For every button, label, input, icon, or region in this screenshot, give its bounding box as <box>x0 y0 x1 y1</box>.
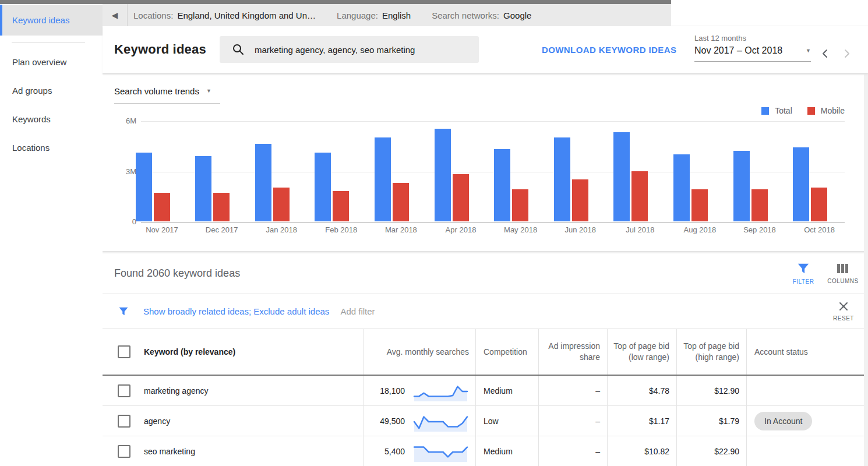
toolbar-locations[interactable]: Locations: England, United Kingdom and U… <box>133 10 316 20</box>
sidebar-item-ad-groups[interactable]: Ad groups <box>0 76 103 105</box>
back-arrow-icon: ◀ <box>112 11 118 19</box>
date-range-picker: Last 12 months Nov 2017 – Oct 2018 ▼ <box>694 34 851 62</box>
mobile-bar <box>273 188 290 221</box>
total-bar <box>375 137 391 221</box>
bar-group-nov-2017 <box>136 153 170 221</box>
bar-group-may-2018 <box>494 149 528 221</box>
found-count-text: Found 2060 keyword ideas <box>114 267 240 280</box>
active-filters-link[interactable]: Show broadly related ideas; Exclude adul… <box>143 306 329 316</box>
total-bar <box>673 154 690 221</box>
mobile-bar <box>631 171 648 222</box>
avg-monthly-searches-value: 18,100 <box>380 386 405 396</box>
table-body: marketing agency18,100Medium–$4.78$12.90… <box>103 376 864 466</box>
search-input-value[interactable]: marketing agency, agency, seo marketing <box>255 45 415 55</box>
mobile-bar <box>811 188 827 221</box>
next-period-button[interactable] <box>844 48 851 59</box>
back-button[interactable]: ◀ <box>103 4 128 26</box>
legend-label-mobile: Mobile <box>821 106 845 115</box>
search-networks-value: Google <box>503 10 531 20</box>
date-range-select[interactable]: Nov 2017 – Oct 2018 ▼ <box>694 45 811 62</box>
trends-dropdown[interactable]: Search volume trends ▼ <box>114 86 220 104</box>
row-checkbox[interactable] <box>118 415 130 428</box>
account-status-badge: In Account <box>754 412 812 430</box>
header-competition: Competition <box>476 329 539 375</box>
competition-value: Low <box>484 416 499 426</box>
legend-item-total: Total <box>761 106 792 115</box>
sidebar-item-label: Keyword ideas <box>12 15 69 25</box>
columns-button-label: COLUMNS <box>827 278 859 284</box>
total-bar <box>195 156 211 222</box>
competition-value: Medium <box>484 447 513 456</box>
locations-label: Locations: <box>133 10 173 20</box>
mobile-bar <box>393 183 409 221</box>
page-title: Keyword ideas <box>114 26 206 73</box>
date-range-value: Nov 2017 – Oct 2018 <box>694 45 782 56</box>
legend-item-mobile: Mobile <box>807 106 845 115</box>
legend-label-total: Total <box>775 106 792 115</box>
prev-period-button[interactable] <box>821 48 828 59</box>
x-axis-label: Apr 2018 <box>429 225 493 234</box>
x-axis-label: Oct 2018 <box>788 225 852 234</box>
filter-button-label: FILTER <box>793 278 814 285</box>
results-toolbar: Found 2060 keyword ideas FILTER <box>103 253 864 294</box>
y-axis-tick: 0 <box>113 217 136 226</box>
gridline-zero <box>141 222 845 223</box>
mobile-bar <box>691 189 708 221</box>
bar-group-feb-2018 <box>315 153 349 221</box>
search-volume-card: Search volume trends ▼ Total Mobile 6M 3… <box>103 75 864 252</box>
total-bar <box>494 149 510 221</box>
filter-button[interactable]: FILTER <box>784 253 823 294</box>
toolbar-language[interactable]: Language: English <box>337 10 411 20</box>
sidebar-item-keywords[interactable]: Keywords <box>0 105 103 133</box>
bid-low-value: $10.82 <box>644 447 669 456</box>
trends-label: Search volume trends <box>114 86 199 96</box>
mobile-bar <box>453 174 469 221</box>
table-tools: FILTER COLUMNS <box>784 253 863 294</box>
chart-plot: 6M 3M 0 Nov 2017Dec 2017Jan 2018Feb 2018… <box>141 121 845 222</box>
content-area: Search volume trends ▼ Total Mobile 6M 3… <box>103 73 868 466</box>
header-keyword: Keyword (by relevance) <box>144 347 235 358</box>
total-bar <box>255 144 271 221</box>
y-axis-tick: 3M <box>113 167 136 176</box>
columns-button[interactable]: COLUMNS <box>823 253 863 294</box>
x-axis-label: Jul 2018 <box>608 225 672 234</box>
toolbar-search-networks[interactable]: Search networks: Google <box>432 10 531 20</box>
keyword-search-box[interactable]: marketing agency, agency, seo marketing <box>220 36 479 63</box>
x-axis-label: Dec 2017 <box>190 225 254 234</box>
x-axis-label: Jun 2018 <box>548 225 612 234</box>
select-all-checkbox[interactable] <box>118 345 130 358</box>
top-toolbar: ◀ Locations: England, United Kingdom and… <box>103 4 671 26</box>
header-account-status: Account status <box>747 329 864 375</box>
reset-button-label: RESET <box>833 315 854 322</box>
reset-button[interactable]: RESET <box>827 294 860 329</box>
bar-group-oct-2018 <box>793 147 827 221</box>
add-filter-button[interactable]: Add filter <box>340 306 375 316</box>
bid-high-value: $1.79 <box>719 416 739 426</box>
x-axis-label: May 2018 <box>489 225 553 234</box>
header-ad-impression-share: Ad impression share <box>539 329 608 375</box>
legend-swatch-mobile <box>807 107 815 115</box>
row-checkbox[interactable] <box>118 384 130 397</box>
gridline-6m <box>141 121 845 122</box>
x-axis-label: Jan 2018 <box>249 225 313 234</box>
row-checkbox[interactable] <box>118 445 130 458</box>
trend-sparkline <box>412 440 469 463</box>
toolbar-right-spacer <box>671 0 868 26</box>
total-bar <box>613 132 630 221</box>
bid-high-value: $22.90 <box>714 447 739 456</box>
download-keyword-ideas-link[interactable]: DOWNLOAD KEYWORD IDEAS <box>542 26 676 73</box>
language-label: Language: <box>337 10 378 20</box>
bar-group-dec-2017 <box>195 156 230 222</box>
search-networks-label: Search networks: <box>432 10 499 20</box>
sidebar-item-keyword-ideas[interactable]: Keyword ideas <box>0 5 103 36</box>
language-value: English <box>382 10 411 20</box>
y-axis-tick: 6M <box>113 116 136 125</box>
mobile-bar <box>154 193 170 221</box>
sidebar-item-plan-overview[interactable]: Plan overview <box>0 48 103 76</box>
sidebar-item-locations[interactable]: Locations <box>0 133 103 162</box>
sidebar-list: Plan overview Ad groups Keywords Locatio… <box>0 43 103 162</box>
x-axis-label: Mar 2018 <box>369 225 433 234</box>
keyword-ideas-card: Found 2060 keyword ideas FILTER <box>103 253 864 466</box>
filter-icon <box>118 306 129 316</box>
keyword-row-seo-marketing: seo marketing5,400Medium–$10.82$22.90 <box>103 436 864 466</box>
